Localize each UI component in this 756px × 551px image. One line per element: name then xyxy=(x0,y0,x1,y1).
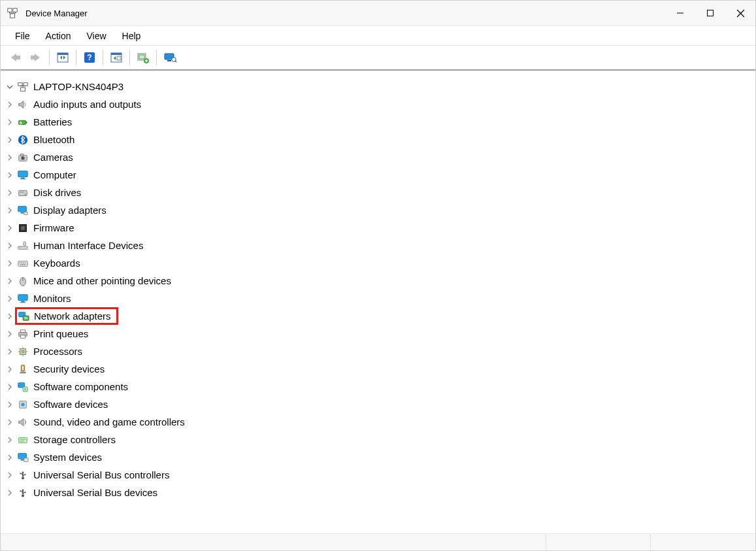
tree-node[interactable]: Network adapters xyxy=(5,307,751,325)
chevron-right-icon[interactable] xyxy=(5,470,15,480)
chevron-right-icon[interactable] xyxy=(5,152,15,163)
tree-node[interactable]: Sound, video and game controllers xyxy=(5,413,751,431)
svg-rect-34 xyxy=(26,122,27,124)
monitor-icon xyxy=(16,292,29,305)
menu-file[interactable]: File xyxy=(7,28,38,44)
tree-node[interactable]: Print queues xyxy=(5,325,751,342)
chevron-right-icon[interactable] xyxy=(5,258,15,269)
tree-node-label: Batteries xyxy=(33,116,72,127)
security-icon xyxy=(16,363,29,376)
svg-point-92 xyxy=(22,476,24,479)
chevron-right-icon[interactable] xyxy=(5,399,15,410)
svg-rect-25 xyxy=(167,60,171,61)
tree-node[interactable]: Audio inputs and outputs xyxy=(5,95,751,113)
tree-node[interactable]: Human Interface Devices xyxy=(5,237,751,254)
tree-node-label: Universal Serial Bus devices xyxy=(33,487,157,498)
tree-node-label: System devices xyxy=(33,452,102,463)
menu-view[interactable]: View xyxy=(78,28,114,44)
chevron-right-icon[interactable] xyxy=(5,99,15,110)
chevron-right-icon[interactable] xyxy=(5,205,15,216)
tree-node[interactable]: Software devices xyxy=(5,395,751,413)
tree-node[interactable]: System devices xyxy=(5,448,751,466)
svg-rect-0 xyxy=(8,8,12,12)
forward-button[interactable] xyxy=(26,48,46,67)
svg-rect-69 xyxy=(20,329,25,332)
chevron-right-icon[interactable] xyxy=(5,435,15,445)
tree-node[interactable]: Universal Serial Bus devices xyxy=(5,484,751,501)
chevron-right-icon[interactable] xyxy=(5,188,15,198)
chevron-right-icon[interactable] xyxy=(5,293,15,304)
tree-node[interactable]: Universal Serial Bus controllers xyxy=(5,466,751,484)
help-button[interactable]: ? xyxy=(80,48,99,67)
chevron-right-icon[interactable] xyxy=(5,452,15,463)
connect-remote-computer-button[interactable] xyxy=(160,48,180,67)
tree-node[interactable]: Software components xyxy=(5,378,751,395)
chevron-right-icon[interactable] xyxy=(5,364,15,375)
chevron-right-icon[interactable] xyxy=(5,311,15,322)
toolbar-separator xyxy=(129,50,130,65)
svg-point-85 xyxy=(21,403,24,406)
tree-root-node[interactable]: LAPTOP-KNS404P3 xyxy=(5,78,751,95)
tree-node[interactable]: Processors xyxy=(5,342,751,360)
tree-node[interactable]: Firmware xyxy=(5,219,751,237)
minimize-button[interactable] xyxy=(665,1,695,25)
scan-hardware-button[interactable] xyxy=(107,48,126,67)
chevron-right-icon[interactable] xyxy=(5,329,15,339)
svg-line-27 xyxy=(175,61,176,62)
statusbar xyxy=(1,533,755,550)
chevron-right-icon[interactable] xyxy=(5,241,15,251)
menu-help[interactable]: Help xyxy=(114,28,149,44)
tree-node[interactable]: Monitors xyxy=(5,290,751,307)
svg-rect-59 xyxy=(20,263,26,265)
chevron-right-icon[interactable] xyxy=(5,488,15,498)
chevron-right-icon[interactable] xyxy=(5,135,15,145)
tree-node[interactable]: Display adapters xyxy=(5,201,751,219)
menu-action[interactable]: Action xyxy=(38,28,79,44)
chevron-right-icon[interactable] xyxy=(5,346,15,357)
svg-rect-46 xyxy=(20,212,24,213)
tree-node[interactable]: Cameras xyxy=(5,148,751,166)
storage-controller-icon xyxy=(16,433,29,446)
svg-rect-40 xyxy=(21,177,24,178)
tree-node[interactable]: Disk drives xyxy=(5,184,751,201)
tree-node[interactable]: Keyboards xyxy=(5,254,751,272)
monitor-icon xyxy=(16,169,29,182)
close-button[interactable] xyxy=(725,1,755,25)
tree-node[interactable]: Security devices xyxy=(5,360,751,378)
svg-rect-28 xyxy=(18,82,22,86)
maximize-button[interactable] xyxy=(695,1,725,25)
disk-icon xyxy=(16,186,29,199)
svg-rect-90 xyxy=(20,459,24,460)
tree-node[interactable]: Batteries xyxy=(5,113,751,131)
chevron-right-icon[interactable] xyxy=(5,382,15,392)
tree-node[interactable]: Bluetooth xyxy=(5,131,751,148)
show-hide-console-tree-button[interactable] xyxy=(53,48,73,67)
svg-rect-55 xyxy=(20,262,21,263)
firmware-icon xyxy=(16,222,29,235)
mouse-icon xyxy=(16,275,29,288)
svg-rect-88 xyxy=(20,440,24,441)
svg-rect-83 xyxy=(24,388,27,390)
status-cell xyxy=(1,534,546,550)
svg-rect-64 xyxy=(20,302,26,303)
svg-rect-8 xyxy=(708,10,714,16)
svg-rect-87 xyxy=(20,439,26,440)
chevron-right-icon[interactable] xyxy=(5,223,15,233)
svg-rect-18 xyxy=(111,53,122,55)
device-tree[interactable]: LAPTOP-KNS404P3 Audio inputs and outputs… xyxy=(1,71,755,533)
chevron-right-icon[interactable] xyxy=(5,417,15,427)
chevron-right-icon[interactable] xyxy=(5,276,15,286)
tree-node[interactable]: Computer xyxy=(5,166,751,184)
svg-rect-22 xyxy=(139,55,144,59)
chevron-right-icon[interactable] xyxy=(5,117,15,127)
sound-controller-icon xyxy=(16,416,29,429)
chevron-down-icon[interactable] xyxy=(5,82,15,92)
chevron-right-icon[interactable] xyxy=(5,170,15,180)
tree-root-label: LAPTOP-KNS404P3 xyxy=(33,81,123,92)
back-button[interactable] xyxy=(5,48,25,67)
add-legacy-hardware-button[interactable] xyxy=(133,48,153,67)
usb-icon xyxy=(16,486,29,499)
tree-node-label: Security devices xyxy=(33,363,105,375)
tree-node[interactable]: Storage controllers xyxy=(5,431,751,448)
tree-node[interactable]: Mice and other pointing devices xyxy=(5,272,751,290)
